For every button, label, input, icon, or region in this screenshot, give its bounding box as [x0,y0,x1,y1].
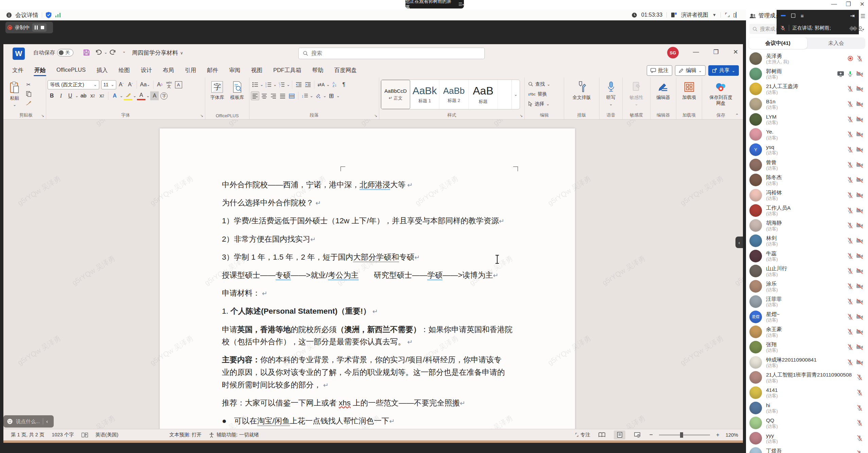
participant-row[interactable]: 山止川行 (访客) [746,264,868,279]
style-card[interactable]: AaB 标题 [469,80,498,109]
participant-row[interactable]: 曾曾 (访客) [746,157,868,173]
participant-row[interactable]: 张翔 (访客) [746,339,868,355]
participant-row[interactable]: 郭树雨 (访客) [746,66,868,82]
multilevel-list-button[interactable]: 1ai [277,80,286,89]
shading-button[interactable] [314,91,323,100]
word-menu-tab[interactable]: 视图 [247,64,266,77]
participant-row[interactable]: 汪菲菲 (访客) [746,294,868,309]
grow-font-button[interactable]: Aˆ [117,80,125,89]
document-area[interactable]: 中外合作院校——西浦，宁诺，港中深，北师港浸大等 ↵为什么选择中外合作院校？ ↵… [3,120,743,429]
participant-row[interactable]: 21人工王盎涛 (访客) [746,81,868,97]
mic-off-icon[interactable] [856,419,863,426]
mic-off-icon[interactable] [856,450,863,453]
restore-icon[interactable]: ❐ [846,1,851,8]
paragraph[interactable]: 主要内容：你的本科的专业背景，学术背景，你的实习/项目/科研经历，你申请该专业的… [222,354,518,391]
addins-button[interactable]: 加载项 [680,80,698,101]
paragraph[interactable]: 推荐：大家可以借鉴一下网上或者 xhs 上的一些范文——不要完全照搬↵ [222,397,518,410]
comments-button[interactable]: 批注 [647,65,672,76]
sidebar-menu-icon[interactable]: ☰ [861,13,865,19]
font-color-button[interactable]: A [137,91,145,100]
web-layout-icon[interactable] [631,431,643,439]
mic-off-icon[interactable] [847,283,854,290]
redo-icon[interactable] [109,49,117,56]
document-page[interactable]: 中外合作院校——西浦，宁诺，港中深，北师港浸大等 ↵为什么选择中外合作院校？ ↵… [160,128,575,429]
participant-row[interactable]: 胡海静 (访客) [746,218,868,233]
highlight-button[interactable] [124,91,132,100]
proofing-icon[interactable] [82,432,88,438]
mic-off-icon[interactable] [847,101,854,108]
text-effects-button[interactable]: A [110,91,119,100]
paragraph[interactable]: 1. 个人陈述(Personal Statement)（重要!） ↵ [222,305,518,318]
dialog-launcher-icon[interactable]: ↘ [520,114,523,118]
paragraph[interactable]: 申请材料： ↵ [222,287,518,300]
styles-more-button[interactable]: ⌄ [511,80,520,109]
borders-button[interactable]: ⊞ [327,91,336,100]
subscript-button[interactable]: x2 [88,91,97,100]
mic-off-icon[interactable] [856,404,863,412]
paragraph[interactable]: 中外合作院校——西浦，宁诺，港中深，北师港浸大等 ↵ [222,179,518,191]
mic-off-icon[interactable] [856,389,863,396]
template-library-button[interactable]: 模板库 [228,80,246,101]
cam-off-icon[interactable] [856,85,863,92]
add-member-icon[interactable] [858,26,865,32]
distribute-button[interactable] [288,91,296,100]
zoom-level[interactable]: 120% [726,432,738,438]
cam-off-icon[interactable] [856,222,863,229]
change-case-button[interactable]: Aa⌄ [139,80,151,89]
save-to-baidu-button[interactable]: 保存到百度网盘 [705,80,736,107]
editor-button[interactable]: 编辑器 [654,80,672,101]
participant-row[interactable]: 冯裕钵 (访客) [746,188,868,203]
chevron-down-icon[interactable]: ⌄ [122,49,126,54]
word-search-box[interactable]: 搜索 [298,48,485,59]
word-menu-tab[interactable]: 布局 [159,64,178,77]
asian-layout-button[interactable]: ⇄A [316,80,326,89]
word-menu-tab[interactable]: 绘图 [115,64,134,77]
overlay-window-icon[interactable] [791,14,795,18]
participant-row[interactable]: B1n (访客) [746,97,868,112]
collapse-ribbon-icon[interactable]: ⌃ [735,113,739,118]
character-shading-button[interactable]: A [150,91,159,100]
cam-off-icon[interactable] [856,344,863,351]
mic-off-icon[interactable] [847,176,854,184]
cam-off-icon[interactable] [856,328,863,335]
mic-off-icon[interactable] [847,207,854,214]
signal-icon[interactable] [55,12,61,18]
dialog-launcher-icon[interactable]: ↘ [200,114,203,118]
word-menu-tab[interactable]: 设计 [137,64,156,77]
fullscreen-icon[interactable]: ⌜ ⌟ [725,12,729,18]
share-icon[interactable] [837,70,844,77]
numbering-button[interactable]: 123 [264,80,273,89]
bold-button[interactable]: B [48,91,56,100]
italic-button[interactable]: I [57,91,65,100]
increase-indent-button[interactable] [303,80,312,89]
chat-quick-bubble[interactable]: 说点什么... ‹ [3,415,54,428]
cam-off-icon[interactable] [856,359,863,366]
paragraph[interactable]: 2）非常方便在国内找实习↵ [222,233,518,246]
participant-row[interactable]: 丁煜吾 (访客) [746,446,868,453]
participant-list[interactable]: 吴泽勇 (主持人, 我) 郭树雨 (访客) 21人工王盎涛 (访客) B1n (… [746,51,868,453]
style-card[interactable]: AaBk 标题 1 [410,80,439,109]
participant-row[interactable]: 涂乐 (访客) [746,279,868,294]
align-right-button[interactable] [269,91,278,100]
align-left-button[interactable] [251,91,259,100]
focus-mode-button[interactable]: ⌜⌟ 专注 [575,432,590,438]
participant-row[interactable]: 星熠 星熠~ (访客) [746,309,868,325]
paste-button[interactable]: 粘贴 ⌄ [7,80,22,108]
word-menu-tab[interactable]: 百度网盘 [330,64,361,77]
full-layout-button[interactable]: 全文排版 [571,80,593,101]
phonetic-guide-button[interactable]: wén文 [165,80,173,89]
cam-off-icon[interactable] [856,298,863,305]
document-title[interactable]: 周四留学分享材料 [132,49,178,57]
mic-off-icon[interactable] [847,222,854,229]
mic-off-icon[interactable] [856,435,863,442]
participant-row[interactable]: Ye. (访客) [746,127,868,142]
word-menu-tab[interactable]: 引用 [181,64,200,77]
text-prediction[interactable]: 文本预测: 打开 [169,432,202,438]
cam-off-icon[interactable] [856,207,863,214]
mic-off-icon[interactable] [847,252,854,260]
cam-off-icon[interactable] [856,252,863,260]
line-spacing-button[interactable]: ↕ [300,91,309,100]
cam-off-icon[interactable] [856,70,863,77]
participant-row[interactable]: 陈冬杰 (访客) [746,173,868,188]
participant-row[interactable]: 余王豪 (访客) [746,324,868,339]
